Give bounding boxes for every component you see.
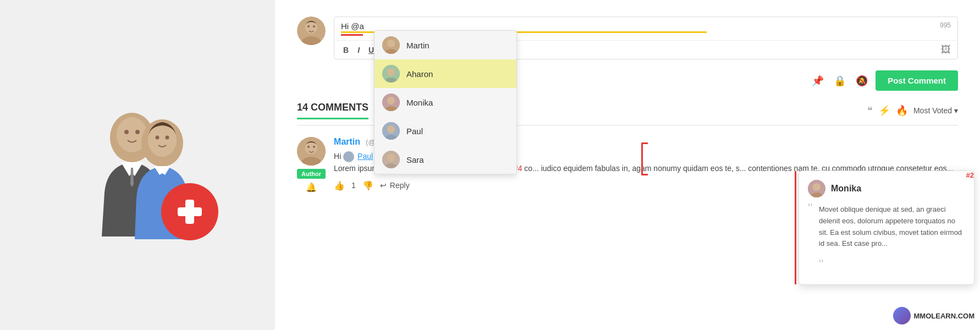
- comment-avatar-col: Author 🔔: [297, 137, 326, 193]
- svg-point-15: [313, 25, 315, 28]
- svg-point-19: [307, 146, 310, 148]
- sort-label: Most Voted: [913, 106, 952, 115]
- illustration-svg: [44, 82, 231, 248]
- bold-button[interactable]: B: [341, 45, 351, 56]
- watermark-text: MMOLEARN.COM: [914, 312, 975, 320]
- monika-mention-avatar: [382, 94, 400, 111]
- svg-point-34: [387, 125, 395, 133]
- avatar-svg: [297, 16, 326, 45]
- mention-item-paul[interactable]: Paul: [375, 117, 516, 145]
- italic-button[interactable]: I: [355, 45, 362, 56]
- sort-controls: ❝ ⚡ 🔥 Most Voted ▾: [867, 105, 958, 117]
- red-underline: [341, 34, 363, 36]
- vote-count: 1: [351, 181, 356, 190]
- upvote-button[interactable]: 👍: [334, 180, 345, 191]
- aharon-mention-avatar: [382, 65, 400, 82]
- quote-icon[interactable]: ❝: [867, 105, 873, 117]
- pin-button[interactable]: 📌: [810, 73, 826, 89]
- paul-mention[interactable]: Paul: [357, 150, 373, 162]
- char-count: 995: [940, 21, 951, 29]
- monika-mention-name: Monika: [406, 98, 433, 107]
- downvote-button[interactable]: 👎: [362, 180, 373, 191]
- svg-point-3: [135, 130, 140, 134]
- comment-input[interactable]: [341, 21, 951, 31]
- sara-small-avatar: [382, 151, 400, 168]
- martin-mention-avatar: [382, 36, 400, 54]
- main-panel: 995 B I U 🖼 📌 🔒 🔕 Post Comment 14 COMMEN…: [275, 0, 980, 330]
- reply-button[interactable]: ↩ Reply: [380, 181, 410, 190]
- quote-content: Movet oblique denique at sed, an graeci …: [819, 205, 962, 248]
- svg-point-22: [813, 183, 821, 191]
- hi-text: Hi: [334, 152, 343, 161]
- comment-avatar: [297, 137, 326, 166]
- comment-number: #2: [966, 171, 974, 179]
- svg-point-25: [387, 40, 395, 47]
- comment-author-name: Martin: [334, 137, 360, 147]
- lock-button[interactable]: 🔒: [832, 73, 848, 89]
- martin-avatar-svg: [297, 137, 326, 166]
- svg-point-14: [307, 25, 310, 28]
- svg-point-6: [156, 136, 159, 140]
- left-panel: [0, 0, 275, 330]
- mention-item-aharon[interactable]: Aharon: [375, 59, 516, 88]
- author-badge: Author: [297, 169, 326, 179]
- monika-popup-header: Monika: [808, 180, 965, 197]
- sara-mention-name: Sara: [406, 155, 424, 164]
- mention-item-sara[interactable]: Sara: [375, 145, 516, 174]
- svg-point-28: [387, 68, 395, 76]
- reply-label: Reply: [390, 181, 410, 190]
- martin-small-avatar: [382, 36, 400, 54]
- monika-popup: #2 Monika " Movet oblique denique at sed…: [799, 170, 975, 285]
- svg-rect-10: [178, 207, 202, 216]
- watermark-logo: [893, 307, 911, 324]
- reply-arrow-icon: ↩: [380, 181, 387, 190]
- flame-icon[interactable]: 🔥: [896, 105, 908, 117]
- mention-item-martin[interactable]: Martin: [375, 31, 516, 59]
- comments-count: 14 COMMENTS: [297, 102, 368, 119]
- martin-mention-name: Martin: [406, 41, 430, 50]
- mention-item-monika[interactable]: Monika: [375, 88, 516, 117]
- commenter-avatar: [297, 16, 326, 45]
- svg-point-2: [124, 130, 129, 134]
- monika-popup-name: Monika: [831, 184, 861, 194]
- monika-quote-text: " Movet oblique denique at sed, an graec…: [808, 204, 965, 276]
- monika-small-avatar: [382, 94, 400, 111]
- red-border-left: [795, 171, 796, 284]
- user-illustration: [44, 82, 231, 248]
- bracket-indicator: [643, 137, 645, 193]
- aharon-mention-name: Aharon: [406, 69, 433, 79]
- close-quote-icon: ": [819, 254, 965, 275]
- svg-point-31: [387, 97, 395, 105]
- bracket-top: [641, 142, 648, 175]
- mention-dropdown: Martin Aharon Monika: [374, 30, 517, 174]
- sort-dropdown[interactable]: Most Voted ▾: [913, 106, 958, 115]
- sara-mention-avatar: [382, 151, 400, 168]
- aharon-small-avatar: [382, 65, 400, 82]
- monika-avatar-svg: [808, 180, 825, 197]
- monika-popup-avatar: [808, 180, 825, 197]
- paul-small-avatar: [382, 122, 400, 140]
- chevron-down-icon: ▾: [954, 106, 958, 115]
- subscribe-icon[interactable]: 🔔: [306, 182, 317, 193]
- paul-mention-name: Paul: [406, 127, 423, 136]
- post-comment-button[interactable]: Post Comment: [876, 70, 958, 91]
- mute-button[interactable]: 🔕: [854, 73, 870, 89]
- watermark: MMOLEARN.COM: [893, 307, 975, 324]
- image-icon[interactable]: 🖼: [941, 44, 951, 56]
- open-quote-icon: ": [808, 202, 813, 215]
- paul-mention-avatar: [382, 122, 400, 140]
- svg-point-37: [387, 154, 395, 162]
- bolt-icon[interactable]: ⚡: [878, 105, 890, 117]
- paul-inline-avatar: [343, 151, 354, 162]
- svg-point-20: [313, 146, 315, 148]
- svg-point-7: [166, 136, 169, 140]
